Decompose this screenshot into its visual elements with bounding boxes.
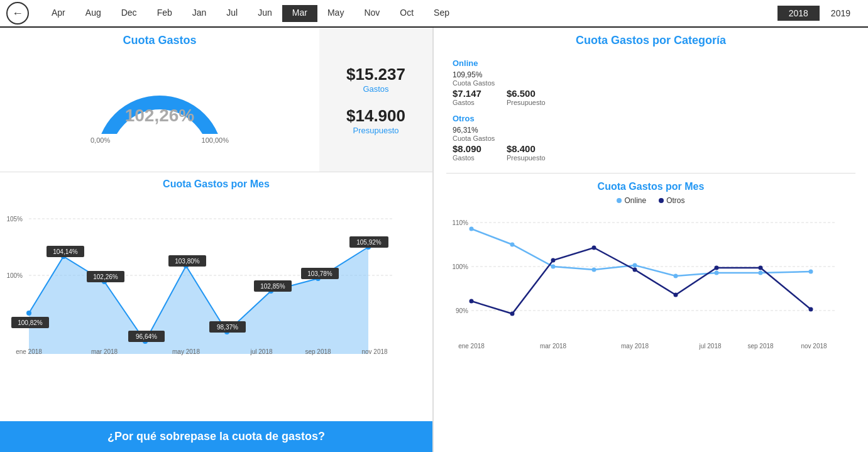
svg-text:100%: 100% — [6, 272, 23, 279]
svg-point-50 — [715, 271, 719, 275]
nav-month-jan[interactable]: Jan — [182, 5, 217, 22]
svg-point-48 — [633, 263, 637, 268]
svg-text:mar 2018: mar 2018 — [540, 343, 567, 350]
year-nav: 20182019 — [777, 6, 862, 21]
stats-panel: $15.237 Gastos $14.900 Presupuesto — [319, 28, 432, 172]
stat-presupuesto-label: Presupuesto — [346, 126, 405, 135]
stat-presupuesto-value: $14.900 — [346, 106, 405, 126]
svg-text:103,78%: 103,78% — [307, 270, 332, 277]
svg-point-61 — [809, 307, 813, 312]
gauge-section: Cuota Gastos 102,26% 0,00% 100,00% — [0, 28, 432, 172]
svg-text:sep 2018: sep 2018 — [747, 343, 774, 350]
stat-gastos-label: Gastos — [346, 84, 405, 94]
cat-online-pct: 109,95% — [453, 70, 645, 79]
legend-online-dot — [617, 198, 622, 203]
right-chart-area: 110% 100% 90% — [446, 210, 855, 355]
cat-otros-gastos-label: Gastos — [453, 154, 481, 162]
cat-otros-pct-label: Cuota Gastos — [453, 135, 645, 142]
nav-month-oct[interactable]: Oct — [390, 5, 424, 22]
svg-text:102,26%: 102,26% — [93, 273, 118, 280]
cta-button[interactable]: ¿Por qué sobrepase la cuota de gastos? — [0, 421, 432, 452]
cat-online-gastos: $7.147 Gastos — [453, 88, 481, 106]
top-nav: ← AprAugDecFebJanJulJunMarMayNovOctSep 2… — [0, 0, 868, 28]
category-otros: Otros 96,31% Cuota Gastos $8.090 Gastos … — [446, 110, 651, 165]
svg-text:96,64%: 96,64% — [136, 333, 157, 340]
right-panel: Cuota Gastos por Categoría Online 109,95… — [434, 28, 868, 452]
cat-otros-values: $8.090 Gastos $8.400 Presupuesto — [453, 143, 645, 162]
stat-gastos: $15.237 Gastos — [346, 65, 405, 94]
svg-point-46 — [551, 265, 556, 269]
cat-otros-presupuesto-label: Presupuesto — [507, 154, 546, 162]
nav-month-jul[interactable]: Jul — [216, 5, 248, 22]
cat-online-presupuesto-value: $6.500 — [507, 88, 546, 99]
svg-text:103,80%: 103,80% — [175, 258, 200, 265]
svg-text:100,82%: 100,82% — [18, 319, 43, 326]
nav-month-nov[interactable]: Nov — [354, 5, 390, 22]
legend-otros: Otros — [659, 196, 684, 205]
svg-point-53 — [470, 299, 474, 304]
legend-otros-dot — [659, 198, 664, 203]
svg-text:jul 2018: jul 2018 — [250, 348, 272, 355]
cat-otros-name: Otros — [453, 114, 645, 123]
monthly-chart-section: Cuota Gastos por Mes 105% 100% — [0, 172, 432, 421]
chart-legend: Online Otros — [446, 196, 855, 205]
svg-text:ene 2018: ene 2018 — [458, 343, 485, 350]
stat-gastos-value: $15.237 — [346, 65, 405, 84]
nav-year-2018[interactable]: 2018 — [777, 6, 820, 21]
monthly-chart-svg: 105% 100% — [10, 194, 406, 357]
cat-otros-gastos: $8.090 Gastos — [453, 143, 481, 162]
svg-text:jul 2018: jul 2018 — [698, 343, 721, 350]
category-online: Online 109,95% Cuota Gastos $7.147 Gasto… — [446, 55, 651, 110]
svg-point-60 — [759, 266, 763, 270]
svg-point-44 — [470, 227, 474, 231]
nav-month-aug[interactable]: Aug — [75, 5, 111, 22]
nav-month-may[interactable]: May — [317, 5, 354, 22]
main-content: Cuota Gastos 102,26% 0,00% 100,00% — [0, 28, 868, 452]
right-chart-title: Cuota Gastos por Mes — [446, 181, 855, 192]
svg-point-5 — [26, 311, 31, 316]
svg-point-56 — [592, 246, 596, 250]
svg-text:102,85%: 102,85% — [260, 283, 285, 290]
svg-point-57 — [633, 268, 637, 272]
category-title: Cuota Gastos por Categoría — [446, 34, 855, 47]
svg-point-55 — [551, 258, 556, 263]
back-button[interactable]: ← — [6, 2, 29, 25]
cat-online-presupuesto: $6.500 Presupuesto — [507, 88, 546, 106]
gauge-container: 102,26% — [91, 52, 229, 134]
cat-online-values: $7.147 Gastos $6.500 Presupuesto — [453, 88, 645, 106]
month-nav: AprAugDecFebJanJulJunMarMayNovOctSep — [41, 5, 771, 22]
svg-text:100%: 100% — [452, 263, 468, 270]
nav-month-dec[interactable]: Dec — [111, 5, 147, 22]
svg-text:nov 2018: nov 2018 — [361, 348, 388, 355]
monthly-chart-area: 105% 100% — [10, 194, 422, 357]
nav-month-apr[interactable]: Apr — [41, 5, 75, 22]
legend-online: Online — [617, 196, 646, 205]
nav-month-sep[interactable]: Sep — [424, 5, 459, 22]
monthly-chart-title: Cuota Gastos por Mes — [10, 179, 422, 190]
svg-text:may 2018: may 2018 — [621, 343, 649, 350]
nav-month-feb[interactable]: Feb — [147, 5, 182, 22]
gauge-value: 102,26% — [125, 106, 195, 126]
svg-text:nov 2018: nov 2018 — [801, 343, 827, 350]
svg-point-54 — [510, 312, 515, 316]
nav-month-mar[interactable]: Mar — [282, 5, 317, 22]
cat-otros-presupuesto-value: $8.400 — [507, 143, 546, 154]
nav-month-jun[interactable]: Jun — [248, 5, 282, 22]
svg-point-51 — [759, 271, 763, 275]
cat-otros-gastos-value: $8.090 — [453, 143, 481, 154]
svg-text:may 2018: may 2018 — [172, 348, 200, 355]
cat-online-gastos-label: Gastos — [453, 99, 481, 106]
gauge-widget: Cuota Gastos 102,26% 0,00% 100,00% — [0, 28, 319, 172]
cat-otros-pct: 96,31% — [453, 126, 645, 135]
svg-text:ene 2018: ene 2018 — [16, 348, 42, 355]
gauge-title: Cuota Gastos — [123, 34, 196, 47]
svg-text:105%: 105% — [6, 216, 23, 223]
left-panel: Cuota Gastos 102,26% 0,00% 100,00% — [0, 28, 434, 452]
svg-point-45 — [510, 243, 515, 247]
svg-text:98,37%: 98,37% — [217, 324, 238, 331]
gauge-labels: 0,00% 100,00% — [91, 136, 229, 144]
gauge-label-right: 100,00% — [202, 136, 229, 144]
svg-text:sep 2018: sep 2018 — [305, 348, 331, 355]
svg-point-49 — [674, 274, 678, 278]
nav-year-2019[interactable]: 2019 — [820, 6, 862, 21]
